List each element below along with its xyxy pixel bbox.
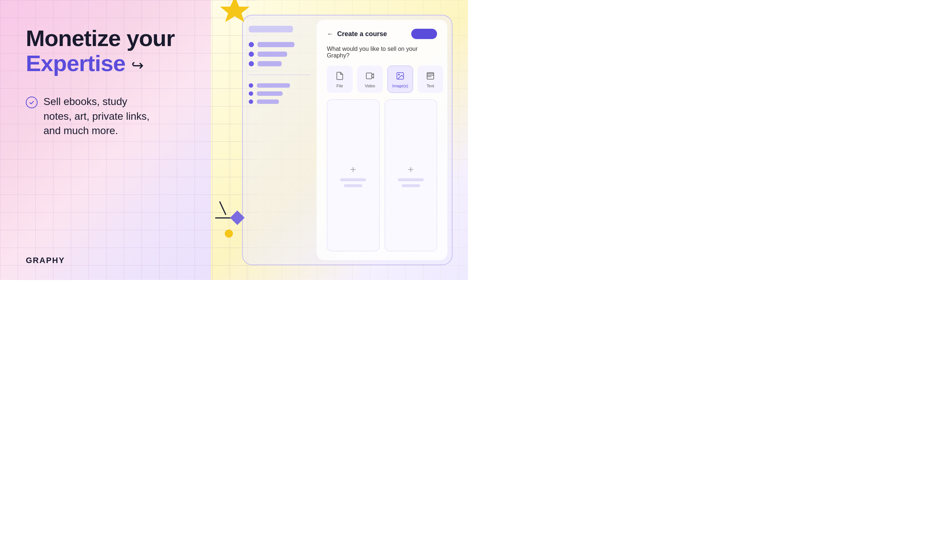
scroll-item-1[interactable] — [249, 83, 311, 88]
left-panel: Monetize your Expertise ↩ Sell ebooks, s… — [0, 0, 234, 280]
content-type-images[interactable]: Image(s) — [387, 66, 413, 93]
svg-rect-1 — [366, 73, 372, 79]
headline: Monetize your Expertise ↩ — [26, 26, 216, 76]
text-label: Text — [427, 84, 434, 88]
content-type-text[interactable]: Text — [417, 66, 443, 93]
mockup-header: ← Create a course — [327, 29, 437, 39]
scroll-dot-3 — [249, 100, 253, 104]
mockup-main: ← Create a course What would you like to… — [317, 20, 447, 260]
scroll-bar-1 — [257, 83, 290, 88]
scroll-dot-2 — [249, 91, 253, 96]
scroll-dot-1 — [249, 83, 253, 88]
headline-line1: Monetize your — [26, 26, 216, 51]
curl-arrow-icon: ↩ — [131, 57, 144, 74]
sidebar-item-1[interactable] — [249, 42, 311, 47]
upload-bar-1b — [344, 184, 362, 187]
sidebar-bar-3 — [257, 61, 282, 66]
sidebar-dot-3 — [249, 61, 254, 66]
feature-text-1: Sell ebooks, studynotes, art, private li… — [43, 94, 149, 138]
sidebar-bar-1 — [257, 42, 294, 47]
logo-text: GRAPHY — [26, 256, 216, 265]
scroll-bar-2 — [257, 91, 283, 96]
video-label: Video — [365, 84, 375, 88]
mockup-sidebar — [243, 15, 317, 265]
deco-sparkle — [215, 212, 242, 223]
upload-box-1[interactable]: + — [327, 100, 380, 251]
sidebar-top-bar — [249, 26, 293, 32]
back-arrow-icon[interactable]: ← — [327, 30, 334, 38]
sidebar-bar-2 — [257, 52, 287, 57]
scroll-item-2[interactable] — [249, 91, 311, 96]
video-icon — [365, 70, 376, 82]
sidebar-divider — [249, 74, 311, 75]
content-type-video[interactable]: Video — [357, 66, 383, 93]
check-icon — [26, 97, 38, 108]
headline-expertise-row: Expertise ↩ — [26, 51, 216, 76]
file-label: File — [336, 84, 343, 88]
deco-diamond — [230, 210, 245, 225]
content-wrapper: Monetize your Expertise ↩ Sell ebooks, s… — [0, 0, 468, 280]
scroll-bar-3 — [257, 100, 279, 104]
headline-expertise-text: Expertise — [26, 51, 125, 76]
mockup-outer: ← Create a course What would you like to… — [242, 15, 453, 265]
upload-plus-icon-1: + — [350, 163, 356, 175]
content-type-file[interactable]: File — [327, 66, 353, 93]
mockup-action-button[interactable] — [411, 29, 437, 39]
deco-yellow-dot — [225, 229, 233, 238]
upload-areas: + + — [327, 100, 437, 251]
upload-bar-1a — [340, 178, 366, 181]
upload-box-2[interactable]: + — [385, 100, 437, 251]
upload-bar-2a — [398, 178, 424, 181]
scroll-item-3[interactable] — [249, 100, 311, 104]
mockup-header-left: ← Create a course — [327, 30, 387, 38]
features-list: Sell ebooks, studynotes, art, private li… — [26, 94, 216, 138]
image-icon — [395, 70, 406, 82]
content-types: File Video — [327, 66, 437, 93]
upload-bar-2b — [402, 184, 420, 187]
sidebar-item-3[interactable] — [249, 61, 311, 66]
svg-marker-0 — [220, 0, 249, 22]
upload-plus-icon-2: + — [408, 163, 414, 175]
file-icon — [334, 70, 345, 82]
mockup-question: What would you like to sell on your Grap… — [327, 46, 437, 59]
images-label: Image(s) — [392, 84, 408, 88]
mockup-title: Create a course — [337, 30, 387, 38]
sidebar-item-2[interactable] — [249, 52, 311, 57]
sidebar-dot-2 — [249, 52, 254, 57]
sidebar-dot-1 — [249, 42, 254, 47]
feature-item-1: Sell ebooks, studynotes, art, private li… — [26, 94, 216, 138]
logo-area: GRAPHY — [26, 256, 216, 265]
headline-block: Monetize your Expertise ↩ Sell ebooks, s… — [26, 22, 216, 138]
star-decoration — [220, 0, 249, 27]
right-panel: ← Create a course What would you like to… — [234, 0, 468, 280]
svg-point-3 — [398, 74, 399, 75]
sidebar-scroll-items — [249, 83, 311, 104]
text-icon — [425, 70, 436, 82]
